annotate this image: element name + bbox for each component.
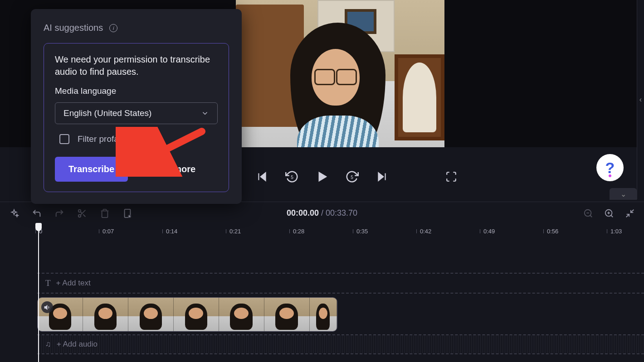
video-preview[interactable] bbox=[236, 0, 444, 147]
ruler-tick: 0:35 bbox=[356, 228, 368, 235]
help-button[interactable]: ? bbox=[596, 154, 624, 181]
current-time: 00:00.00 bbox=[287, 208, 319, 217]
svg-line-22 bbox=[611, 215, 613, 217]
info-icon[interactable]: i bbox=[109, 24, 117, 32]
timeline-toolbar: 00:00.00 / 00:33.70 bbox=[0, 202, 644, 224]
bottom-panel-toggle[interactable]: ⌄ bbox=[610, 188, 637, 200]
learn-more-link[interactable]: Learn more bbox=[146, 164, 195, 174]
add-text-label: + Add text bbox=[56, 279, 91, 288]
ruler-tick: 0:49 bbox=[483, 228, 495, 235]
video-frame-content bbox=[236, 0, 444, 147]
timeline-tracks: T + Add text ♫ + Add audio bbox=[37, 245, 644, 354]
ruler-tick: 0:07 bbox=[102, 228, 114, 235]
rewind-5-icon[interactable]: 5 bbox=[285, 170, 299, 183]
filter-profanity-label: Filter profanity bbox=[78, 134, 132, 144]
playhead[interactable] bbox=[35, 223, 42, 362]
cut-icon[interactable] bbox=[77, 208, 87, 218]
svg-line-13 bbox=[80, 212, 82, 213]
play-icon[interactable] bbox=[315, 170, 329, 183]
media-language-label: Media language bbox=[55, 86, 218, 96]
chevron-down-icon: ⌄ bbox=[620, 190, 626, 198]
language-select[interactable]: English (United States) bbox=[55, 102, 218, 124]
svg-line-26 bbox=[626, 214, 629, 217]
svg-marker-5 bbox=[319, 172, 327, 182]
video-clip[interactable] bbox=[37, 297, 337, 332]
svg-marker-7 bbox=[378, 173, 383, 180]
text-icon: T bbox=[45, 278, 51, 288]
info-icon[interactable]: i bbox=[142, 135, 150, 143]
timeline-ruler[interactable]: 00:070:140:210:280:350:420:490:561:03 bbox=[0, 224, 644, 241]
svg-marker-2 bbox=[261, 173, 266, 180]
ruler-tick: 0:42 bbox=[420, 228, 431, 235]
ai-suggestions-title: AI suggestions bbox=[44, 23, 103, 33]
svg-marker-27 bbox=[44, 305, 47, 309]
svg-point-10 bbox=[78, 214, 81, 217]
filter-profanity-checkbox[interactable] bbox=[59, 134, 69, 144]
help-indicator-dot bbox=[609, 174, 611, 177]
redo-icon[interactable] bbox=[54, 208, 64, 218]
text-track-placeholder[interactable]: T + Add text bbox=[37, 273, 644, 294]
chevron-down-icon bbox=[201, 109, 209, 117]
skip-forward-icon[interactable] bbox=[375, 170, 389, 183]
svg-line-12 bbox=[83, 214, 85, 217]
music-note-icon: ♫ bbox=[45, 340, 51, 349]
ruler-tick: 0:56 bbox=[547, 228, 558, 235]
svg-line-25 bbox=[631, 209, 634, 212]
fit-width-icon[interactable] bbox=[625, 208, 635, 218]
total-duration: 00:33.70 bbox=[326, 208, 357, 217]
svg-text:5: 5 bbox=[351, 175, 353, 180]
svg-line-19 bbox=[590, 215, 592, 217]
language-select-value: English (United States) bbox=[63, 108, 151, 118]
zoom-in-icon[interactable] bbox=[604, 208, 614, 218]
skip-back-icon[interactable] bbox=[255, 170, 269, 183]
add-audio-label: + Add audio bbox=[57, 340, 98, 349]
chevron-left-icon: ‹ bbox=[639, 96, 642, 104]
ai-sparkle-icon[interactable] bbox=[9, 208, 19, 218]
ruler-tick: 0:14 bbox=[166, 228, 177, 235]
delete-icon[interactable] bbox=[100, 208, 110, 218]
undo-icon[interactable] bbox=[32, 208, 42, 218]
svg-text:5: 5 bbox=[291, 175, 293, 180]
permission-text: We need your permission to transcribe au… bbox=[55, 53, 218, 78]
audio-track-placeholder[interactable]: ♫ + Add audio bbox=[37, 334, 644, 354]
transcribe-permission-box: We need your permission to transcribe au… bbox=[44, 43, 229, 192]
zoom-out-icon[interactable] bbox=[583, 208, 593, 218]
svg-point-9 bbox=[78, 209, 81, 212]
clip-volume-icon[interactable] bbox=[41, 301, 53, 313]
mobile-add-icon[interactable] bbox=[122, 208, 132, 218]
ruler-tick: 1:03 bbox=[610, 228, 622, 235]
ruler-tick: 0:21 bbox=[229, 228, 241, 235]
transcribe-button[interactable]: Transcribe bbox=[55, 157, 128, 182]
forward-5-icon[interactable]: 5 bbox=[345, 170, 359, 183]
timeline-timestamp: 00:00.00 / 00:33.70 bbox=[287, 208, 357, 218]
ai-suggestions-panel: AI suggestions i We need your permission… bbox=[31, 9, 242, 204]
question-mark-icon: ? bbox=[605, 159, 615, 177]
fullscreen-icon[interactable] bbox=[444, 170, 458, 183]
ruler-tick: 0:28 bbox=[293, 228, 304, 235]
